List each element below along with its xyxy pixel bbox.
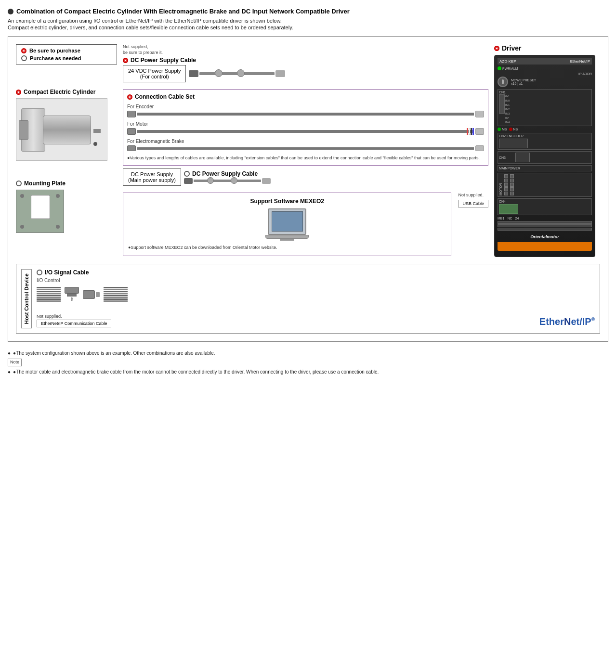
cn3-connector <box>515 153 530 162</box>
top-supply-row: Not supplied,be sure to prepare it. DC P… <box>123 44 488 82</box>
host-control-label: Host Control Device <box>21 269 32 328</box>
cn4-block: CN4 <box>498 198 592 215</box>
hole1 <box>20 194 24 198</box>
title-dot-icon <box>8 9 13 14</box>
cn3-block: CN3 <box>498 151 592 164</box>
cylinder-image <box>16 98 107 161</box>
io-arrow: ⇕ <box>70 297 74 302</box>
not-supplied-note: Not supplied,be sure to prepare it. <box>123 44 285 55</box>
io-cable-visual: ⇕ <box>37 287 595 302</box>
ip-addr-label: IP ADDR <box>498 72 592 76</box>
driver-header: AZD-KEP EtherNet/IP <box>498 58 592 65</box>
driver-orange-tab <box>498 242 592 251</box>
dc-connector-left <box>189 70 198 77</box>
rotary-switch <box>498 77 508 87</box>
bottom-dc-conn-left <box>184 178 193 184</box>
right-column: Driver AZD-KEP EtherNet/IP PWR/ALM IP AD… <box>494 44 600 257</box>
wire-white <box>469 128 470 135</box>
io-control-label: I/O Control <box>37 278 595 283</box>
mounting-plate-image <box>16 190 64 233</box>
em-brake-cable-visual <box>127 145 484 151</box>
io-cable-label: I/O Signal Cable <box>37 269 595 276</box>
middle-column: Not supplied,be sure to prepare it. DC P… <box>123 44 488 256</box>
rotary-section: MCWE PRESETx16 | x1 <box>498 77 592 87</box>
cn2-connector <box>499 139 528 148</box>
motor-pin6 <box>510 174 514 178</box>
cn1-label: CN1 <box>499 90 590 94</box>
cn4-label: CN4 <box>499 200 590 203</box>
mainpower-label: MAINPOWER <box>499 167 590 170</box>
cn3-row: CN3 <box>499 153 590 162</box>
hole2 <box>56 194 60 198</box>
wire-red <box>467 128 468 135</box>
power-supply-row: 24 VDC Power Supply (For control) <box>123 65 285 82</box>
cylinder-shaft <box>93 129 101 133</box>
cn1-labels: 0VIN0IN1IN2IN30VIN4 <box>505 94 529 125</box>
bottom-note1-dot: ● <box>8 349 11 357</box>
mainpower-block: MAINPOWER <box>498 165 592 171</box>
mounting-plate-label: Mounting Plate <box>16 180 117 187</box>
motor-pin9 <box>510 187 514 191</box>
cylinder-end <box>19 120 28 140</box>
mexeo2-note: ●Support software MEXEO2 can be download… <box>128 245 446 251</box>
bottom-note2: ● ●The motor cable and electromagnetic b… <box>8 368 608 375</box>
laptop-foot <box>280 239 294 241</box>
dc-connector-mid1 <box>215 69 223 77</box>
various-cables-note: ●Various types and lengths of cables are… <box>127 155 484 161</box>
motor-cable-line <box>137 130 474 133</box>
dc-cable-dot-icon <box>123 58 128 63</box>
cn3-label: CN3 <box>499 156 506 159</box>
dc-connector-mid2 <box>237 69 245 77</box>
oriental-motor-brand: Orientalmotor <box>498 234 592 239</box>
connection-cable-set-label: Connection Cable Set <box>127 93 484 100</box>
cylinder-section: Compact Electric Cylinder <box>16 89 117 161</box>
dc-cable-illustration <box>189 70 285 77</box>
io-conn-head-right <box>83 290 95 299</box>
ethernet-cable-box: EtherNet/IP Communication Cable <box>37 320 111 327</box>
motor-pin10 <box>510 192 514 195</box>
encoder-conn-right <box>475 111 484 117</box>
connection-set-dot-icon <box>127 94 132 100</box>
bottom-supply-row: DC Power Supply (Main power supply) DC P… <box>123 168 488 186</box>
host-content: I/O Signal Cable I/O Control <box>37 269 595 328</box>
dc-cable-body <box>199 72 275 75</box>
pwr-indicator: PWR/ALM <box>498 66 518 70</box>
motor-wire-ends <box>467 128 474 135</box>
usb-cable-box: USB Cable <box>458 200 488 207</box>
cn1-pins: 0VIN0IN1IN2IN30VIN4 <box>499 94 590 125</box>
motor-pins2 <box>510 174 514 195</box>
ethernet-row: Not supplied. EtherNet/IP Communication … <box>37 312 595 327</box>
io-right-connector <box>83 290 100 299</box>
encoder-cable-visual <box>127 111 484 117</box>
laptop-base <box>265 235 309 239</box>
bottom-notes: ● ●The system configuration shown above … <box>8 349 608 375</box>
wire-black <box>471 128 472 135</box>
legend-box: Be sure to purchase Purchase as needed <box>16 44 117 65</box>
motor-pin1 <box>504 174 508 178</box>
usb-section: Not supplied. USB Cable <box>458 193 488 207</box>
output-pin-row2 <box>498 224 592 227</box>
cn1-pin-block1 <box>499 94 505 114</box>
indicator1 <box>93 142 97 146</box>
legend-as-needed: Purchase as needed <box>21 55 112 61</box>
io-right-wires <box>104 287 128 302</box>
main-supply-box: DC Power Supply (Main power supply) <box>123 168 181 186</box>
dc-connector-right <box>275 70 285 77</box>
mcw-preset-label: MCWE PRESETx16 | x1 <box>511 78 536 85</box>
dc-cable-label: DC Power Supply Cable <box>123 57 285 64</box>
output-pins <box>498 221 592 231</box>
mounting-plate-section: Mounting Plate <box>16 180 117 233</box>
bottom-power-row: DC Power Supply (Main power supply) DC P… <box>123 168 271 186</box>
hole4 <box>56 225 60 229</box>
subtitle1: An example of a configuration using I/O … <box>8 18 608 24</box>
cylinder-label: Compact Electric Cylinder <box>16 89 117 95</box>
motor-cable-visual <box>127 128 484 135</box>
software-usb-row: Support Software MEXEO2 ●Support softwar… <box>123 193 488 256</box>
diagram-container: Be sure to purchase Purchase as needed C… <box>8 36 608 342</box>
encoder-cable-line <box>137 113 474 116</box>
em-conn-right <box>475 145 484 151</box>
bottom-note2-dot: ● <box>8 368 11 375</box>
motor-pin7 <box>510 179 514 182</box>
bottom-dc-cable-line <box>194 180 261 182</box>
driver-label: Driver <box>494 44 600 52</box>
